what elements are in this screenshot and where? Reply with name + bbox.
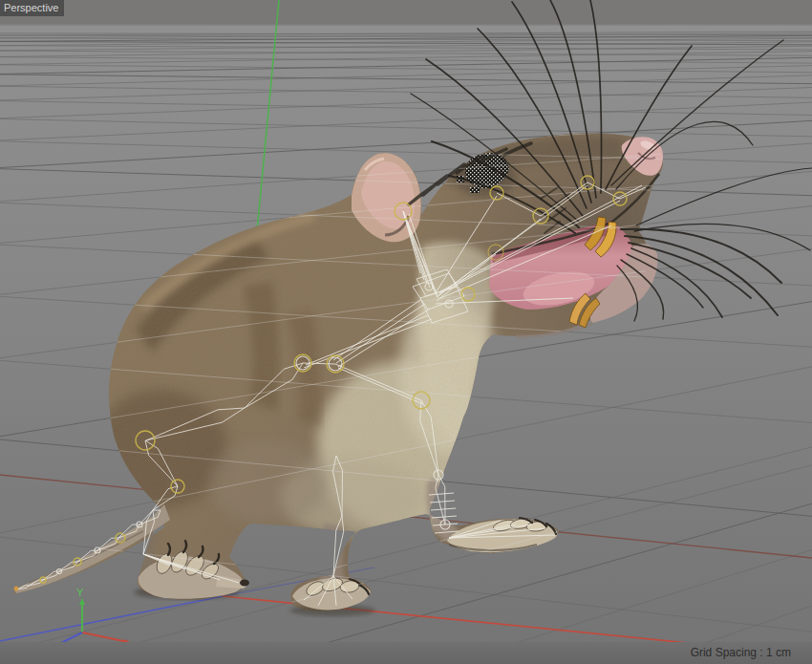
axis-y-label: Y (76, 587, 84, 598)
viewport-canvas[interactable]: Perspective (0, 0, 812, 664)
status-bar: Grid Spacing : 1 cm (0, 642, 812, 664)
grid-spacing-text: Grid Spacing : 1 cm (691, 646, 791, 659)
perspective-label[interactable]: Perspective (0, 0, 64, 16)
